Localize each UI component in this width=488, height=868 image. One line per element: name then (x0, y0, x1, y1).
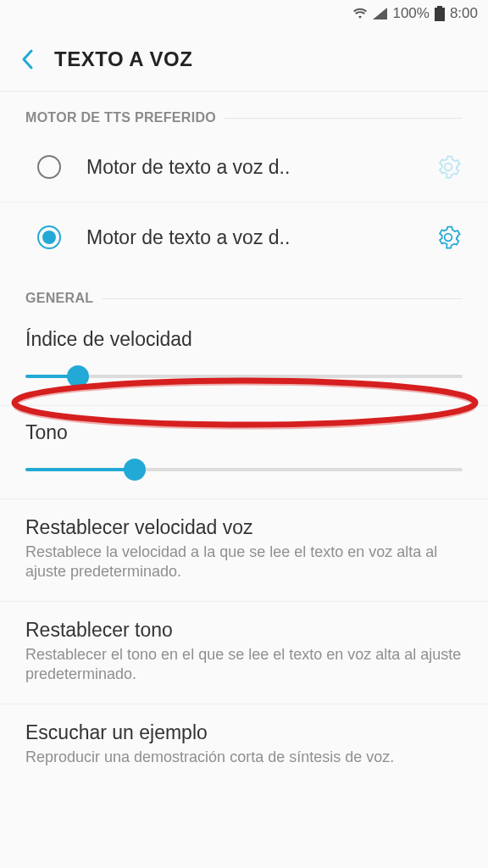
app-header: TEXTO A VOZ (0, 27, 488, 92)
engine-settings-button[interactable] (434, 223, 463, 252)
section-tts-label-text: MOTOR DE TTS PREFERIDO (25, 110, 216, 125)
slider-thumb[interactable] (67, 365, 89, 387)
gear-icon (435, 225, 461, 250)
engine-row[interactable]: Motor de texto a voz d.. (0, 132, 488, 203)
reset-tone-title: Restablecer tono (25, 619, 463, 642)
svg-rect-1 (435, 8, 445, 21)
reset-tone-item[interactable]: Restablecer tono Restablecer el tono en … (0, 602, 488, 704)
slider-thumb[interactable] (124, 459, 146, 481)
reset-tone-desc: Restablecer el tono en el que se lee el … (25, 645, 463, 685)
status-bar: 100% 8:00 (0, 0, 488, 27)
engine-row[interactable]: Motor de texto a voz d.. (0, 203, 488, 272)
page-title: TEXTO A VOZ (54, 47, 192, 71)
slider-track-bg (25, 375, 463, 378)
radio-unchecked-icon[interactable] (37, 155, 61, 179)
clock: 8:00 (450, 5, 478, 22)
wifi-icon (352, 8, 368, 19)
listen-desc: Reproducir una demostración corta de sín… (25, 748, 463, 767)
svg-rect-0 (437, 6, 442, 8)
battery-percent: 100% (392, 5, 429, 22)
reset-speed-title: Restablecer velocidad voz (25, 516, 463, 539)
section-general-label-text: GENERAL (25, 291, 93, 306)
engine-settings-button[interactable] (434, 153, 463, 181)
speed-label: Índice de velocidad (25, 328, 463, 351)
section-general-label: GENERAL (0, 272, 488, 313)
engine-label: Motor de texto a voz d.. (86, 156, 408, 179)
back-button[interactable] (19, 47, 36, 72)
slider-track-fill (25, 468, 135, 471)
radio-checked-icon[interactable] (37, 225, 61, 249)
reset-speed-desc: Restablece la velocidad a la que se lee … (25, 542, 463, 582)
gear-icon (435, 154, 461, 180)
tone-slider-block: Tono (0, 406, 488, 499)
signal-icon (373, 8, 387, 19)
listen-title: Escuchar un ejemplo (25, 721, 463, 744)
engine-label: Motor de texto a voz d.. (86, 226, 408, 249)
speed-slider-block: Índice de velocidad (0, 313, 488, 406)
battery-icon (435, 6, 445, 21)
reset-speed-item[interactable]: Restablecer velocidad voz Restablece la … (0, 499, 488, 602)
tone-label: Tono (25, 421, 463, 444)
section-tts-label: MOTOR DE TTS PREFERIDO (0, 92, 488, 132)
listen-example-item[interactable]: Escuchar un ejemplo Reproducir una demos… (0, 704, 488, 786)
speed-slider[interactable] (25, 366, 463, 387)
tone-slider[interactable] (25, 459, 463, 480)
